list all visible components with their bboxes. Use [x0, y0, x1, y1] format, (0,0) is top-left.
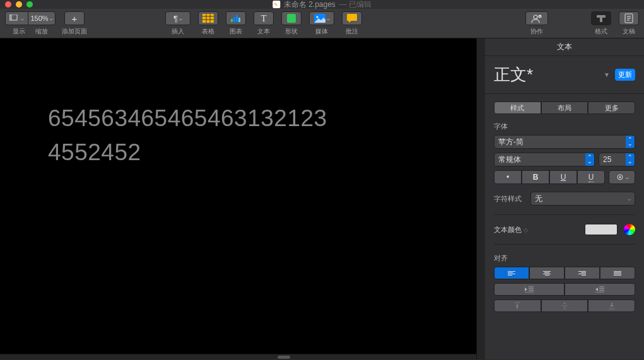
valign-top-icon: [514, 302, 520, 310]
svg-rect-18: [600, 18, 602, 22]
format-label: 格式: [595, 27, 607, 36]
zoom-window-button[interactable]: [26, 1, 33, 8]
format-inspector: 文本 正文* ▼ 更新 样式 布局 更多 字体 苹方-简 ⌃⌄: [485, 38, 644, 359]
font-section-label: 字体: [494, 122, 635, 131]
text-color-swatch[interactable]: [585, 224, 618, 235]
align-left-icon: [508, 271, 515, 276]
document-canvas-area: 6545634654654631321234552452: [0, 38, 485, 359]
table-label: 表格: [202, 27, 214, 36]
indent-decrease-button[interactable]: [494, 283, 565, 296]
add-page-label: 添加页面: [62, 27, 87, 36]
text-button[interactable]: T: [254, 11, 274, 25]
app-document-icon: ✎: [272, 1, 280, 8]
gear-icon: [616, 173, 624, 182]
svg-rect-7: [231, 19, 233, 22]
indent-increase-icon: [595, 286, 604, 293]
segment-more[interactable]: 更多: [588, 102, 635, 114]
main-toolbar: ⌵ 150%⌵ 显示 缩放 + 添加页面 ¶⌵ 插入: [0, 9, 644, 38]
svg-point-24: [619, 177, 621, 178]
font-family-dropdown[interactable]: 苹方-简 ⌃⌄: [494, 135, 635, 149]
align-right-button[interactable]: [565, 267, 600, 279]
valign-middle-icon: [561, 302, 568, 310]
svg-rect-8: [233, 17, 235, 22]
collab-label: 协作: [530, 27, 543, 36]
shape-label: 形状: [285, 27, 298, 36]
text-label: 文本: [257, 27, 270, 36]
paragraph-style-dropdown-icon[interactable]: ▼: [604, 71, 610, 78]
font-options-gear[interactable]: ⌵: [609, 170, 635, 184]
bold-button[interactable]: B: [522, 170, 549, 184]
strike-underline-button[interactable]: U: [577, 170, 605, 184]
document-body-text[interactable]: 6545634654654631321234552452: [48, 102, 338, 169]
align-left-button[interactable]: [494, 267, 529, 279]
vertical-scrollbar[interactable]: [476, 38, 485, 359]
segment-style[interactable]: 样式: [494, 102, 541, 114]
chart-label: 图表: [230, 27, 242, 36]
media-label: 媒体: [315, 27, 328, 36]
align-center-icon: [543, 271, 551, 276]
close-window-button[interactable]: [5, 1, 11, 8]
insert-label: 插入: [172, 27, 184, 36]
char-style-label: 字符样式: [494, 194, 524, 204]
svg-rect-1: [9, 15, 12, 20]
text-color-label: 文本颜色 ◇: [494, 225, 528, 235]
zoom-label: 缩放: [35, 27, 48, 36]
svg-point-12: [316, 16, 318, 18]
char-style-dropdown[interactable]: 无 ⌵: [530, 192, 635, 206]
font-size-field[interactable]: 25 ⌃⌄: [599, 153, 635, 166]
document-button[interactable]: [619, 11, 639, 25]
svg-rect-17: [597, 15, 606, 18]
indent-increase-button[interactable]: [565, 283, 635, 296]
chart-button[interactable]: [226, 11, 246, 25]
indent-decrease-icon: [525, 286, 534, 293]
view-label: 显示: [13, 27, 25, 36]
document-page[interactable]: 6545634654654631321234552452: [0, 38, 476, 359]
format-button[interactable]: [591, 11, 611, 25]
align-justify-icon: [614, 271, 621, 276]
svg-rect-10: [238, 18, 240, 22]
document-label: 文稿: [623, 27, 635, 36]
collaborate-button[interactable]: +: [525, 11, 548, 25]
align-justify-button[interactable]: [600, 267, 635, 279]
comment-button[interactable]: [342, 11, 362, 25]
minimize-window-button[interactable]: [16, 1, 22, 8]
svg-rect-13: [347, 14, 357, 21]
svg-text:+: +: [539, 15, 541, 18]
shape-button[interactable]: [281, 11, 302, 25]
color-picker-button[interactable]: [624, 224, 635, 235]
valign-bottom-button[interactable]: [588, 299, 635, 312]
svg-rect-2: [202, 14, 214, 23]
inspector-segment-control: 样式 布局 更多: [494, 102, 635, 114]
insert-button[interactable]: ¶⌵: [165, 11, 190, 25]
svg-point-14: [534, 15, 537, 19]
traffic-lights: [0, 1, 33, 8]
inspector-tab-text[interactable]: 文本: [557, 42, 572, 52]
bullet-style-button[interactable]: •: [494, 170, 522, 184]
align-center-button[interactable]: [529, 267, 565, 279]
update-style-button[interactable]: 更新: [615, 69, 635, 81]
horizontal-scrollbar[interactable]: [0, 354, 476, 359]
underline-button[interactable]: U: [549, 170, 577, 184]
view-button[interactable]: ⌵: [5, 11, 28, 25]
valign-bottom-icon: [609, 302, 615, 310]
align-right-icon: [578, 271, 586, 276]
media-button[interactable]: ⌵: [309, 11, 334, 25]
valign-top-button[interactable]: [494, 299, 541, 312]
add-page-button[interactable]: +: [64, 11, 85, 25]
paragraph-style-name[interactable]: 正文*: [494, 64, 599, 86]
font-weight-dropdown[interactable]: 常规体 ⌃⌄: [494, 153, 595, 166]
valign-middle-button[interactable]: [541, 299, 588, 312]
svg-rect-9: [236, 15, 238, 22]
table-button[interactable]: [198, 11, 218, 25]
zoom-dropdown[interactable]: 150%⌵: [28, 11, 56, 25]
segment-layout[interactable]: 布局: [541, 102, 588, 114]
comment-label: 批注: [346, 27, 358, 36]
window-titlebar: ✎ 未命名 2.pages — 已编辑: [0, 0, 644, 9]
align-section-label: 对齐: [494, 253, 635, 263]
